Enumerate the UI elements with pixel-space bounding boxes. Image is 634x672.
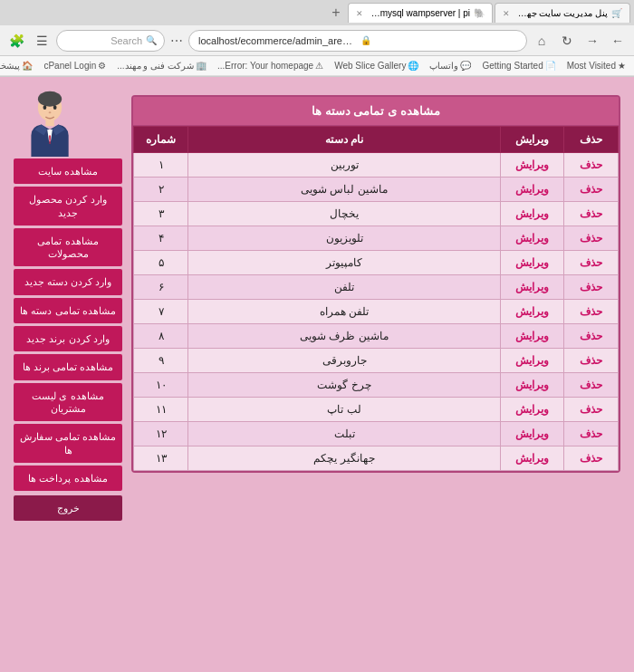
bookmark-company[interactable]: 🏢 شرکت فنی و مهند... [114,60,209,72]
btn-add-brand[interactable]: وارد کردن برند جدید [14,326,122,351]
lock-icon: 🔒 [360,35,517,45]
tab-close-2[interactable]: ✕ [356,9,363,18]
delete-link[interactable]: حذف [580,305,602,318]
edit-link[interactable]: ویرایش [515,207,549,220]
table-row: حذفویرایشکامپیوتر۵ [134,251,619,275]
btn-view-products[interactable]: مشاهده تمامی محصولات [14,228,122,267]
extensions-button[interactable]: 🧩 [5,30,27,52]
tab-label-1: پنل مدیریت سایت جهانگیر یچکم [517,8,608,18]
edit-link[interactable]: ویرایش [515,427,549,440]
delete-link[interactable]: حذف [580,232,602,245]
bookmark-cpanel[interactable]: ⚙ cPanel Login [41,60,109,72]
tab-favicon-2: 🐘 [474,8,485,19]
delete-link[interactable]: حذف [580,379,602,391]
col-header-number: شماره [134,127,188,153]
home-button[interactable]: ⌂ [531,30,552,52]
col-header-edit: ویرایش [501,127,564,153]
bookmark-label-7: cPanel Login [43,61,96,71]
bookmark-whatsapp[interactable]: 💬 واتساپ [427,60,474,72]
btn-exit[interactable]: خروج [14,495,122,521]
btn-view-categories[interactable]: مشاهده تمامی دسته ها [14,298,122,323]
tab-close-1[interactable]: ✕ [503,9,510,18]
delete-link[interactable]: حذف [580,427,602,440]
back-button[interactable]: ← [607,30,629,52]
bookmark-getting-started[interactable]: 📄 Getting Started [479,60,558,72]
delete-link[interactable]: حذف [580,281,602,293]
menu-dots[interactable]: ⋯ [170,34,183,48]
category-name: ماشین ظرف شویی [188,324,501,349]
row-number: ۹ [134,349,188,373]
table-row: حذفویرایشیخچال۳ [134,202,619,226]
edit-link[interactable]: ویرایش [515,403,549,416]
table-row: حذفویرایشتلویزیون۴ [134,226,619,251]
row-number: ۶ [134,275,188,300]
row-number: ۵ [134,251,188,275]
delete-link[interactable]: حذف [580,354,602,367]
bookmark-icon-5: ⚠ [315,61,323,71]
row-number: ۳ [134,202,188,226]
browser-nav: ← → ↻ ⌂ 🔒 localhost/ecommerce/admin_area… [0,25,634,56]
delete-link[interactable]: حذف [580,207,602,220]
bookmark-label-4: Web Slice Gallery [334,61,406,71]
tab-db[interactable]: 🐘 localhost / mysql wampserver | pi... ✕ [348,3,493,23]
table-row: حذفویرایشلب تاپ۱۱ [134,398,619,422]
svg-rect-2 [45,119,53,126]
bookmark-web-slice[interactable]: 🌐 Web Slice Gallery [331,60,421,72]
category-name: چرخ گوشت [188,373,501,398]
delete-link[interactable]: حذف [580,256,602,269]
bookmarks-bar: ★ Most Visited 📄 Getting Started 💬 واتسا… [0,56,634,76]
address-bar[interactable]: 🔒 localhost/ecommerce/admin_area/index.p… [188,30,527,52]
table-row: حذفویرایشجاروبرقی۹ [134,349,619,373]
tab-panel[interactable]: 🛒 پنل مدیریت سایت جهانگیر یچکم ✕ [495,3,630,23]
delete-link[interactable]: حذف [580,183,602,196]
delete-link[interactable]: حذف [580,452,602,465]
bookmark-label-6: شرکت فنی و مهند... [117,61,194,71]
col-header-delete: حذف [564,127,619,153]
edit-link[interactable]: ویرایش [515,158,549,171]
category-name: تلفن همراه [188,300,501,324]
btn-view-payments[interactable]: مشاهده پرداخت ها [14,466,122,491]
bookmark-most-visited[interactable]: ★ Most Visited [564,60,629,72]
edit-link[interactable]: ویرایش [515,305,549,318]
row-number: ۸ [134,324,188,349]
delete-link[interactable]: حذف [580,330,602,342]
bookmark-label-2: Getting Started [482,61,543,71]
sidebar-toggle[interactable]: ☰ [31,30,53,52]
btn-add-product[interactable]: وارد کردن محصول جدید [14,187,122,226]
bookmark-error[interactable]: ⚠ Error: Your homepage... [215,60,326,72]
edit-link[interactable]: ویرایش [515,256,549,269]
reload-button[interactable]: ↻ [556,30,578,52]
row-number: ۱۲ [134,422,188,446]
row-number: ۱ [134,153,188,178]
row-number: ۴ [134,226,188,251]
category-name: کامپیوتر [188,251,501,275]
btn-view-brands[interactable]: مشاهده تمامی برند ها [14,354,122,379]
category-name: جهانگیر یچکم [188,446,501,471]
delete-link[interactable]: حذف [580,158,602,171]
btn-view-site[interactable]: مشاهده سایت [14,158,122,184]
edit-link[interactable]: ویرایش [515,379,549,391]
search-input-nav[interactable]: 🔍 Search [56,30,165,52]
edit-link[interactable]: ویرایش [515,281,549,293]
forward-button[interactable]: → [581,30,603,52]
row-number: ۱۱ [134,398,188,422]
row-number: ۷ [134,300,188,324]
svg-point-3 [43,105,46,110]
table-row: حذفویرایشتبلت۱۲ [134,422,619,446]
row-number: ۲ [134,178,188,202]
edit-link[interactable]: ویرایش [515,330,549,342]
bookmark-icon-6: 🏢 [196,61,207,71]
btn-add-category[interactable]: وارد کردن دسته جدید [14,269,122,294]
bookmark-label-1: Most Visited [567,61,616,71]
edit-link[interactable]: ویرایش [515,354,549,367]
new-tab-button[interactable]: + [326,3,346,23]
table-row: حذفویرایشتلفن همراه۷ [134,300,619,324]
edit-link[interactable]: ویرایش [515,452,549,465]
delete-link[interactable]: حذف [580,403,602,416]
edit-link[interactable]: ویرایش [515,232,549,245]
btn-view-orders[interactable]: مشاهده تمامی سفارش ها [14,424,122,463]
row-number: ۱۳ [134,446,188,471]
edit-link[interactable]: ویرایش [515,183,549,196]
btn-view-customers[interactable]: مشاهده ی لیست مشتریان [14,383,122,422]
bookmark-dashboard[interactable]: 🏠 پیشخوان | شرکت... [0,60,35,72]
